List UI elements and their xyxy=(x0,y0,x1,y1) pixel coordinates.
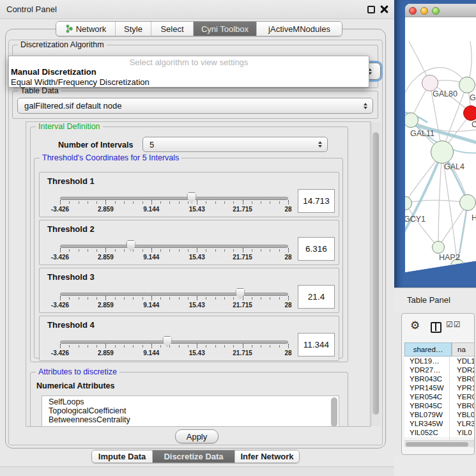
attributes-group-title: Attributes to discretize xyxy=(36,367,119,376)
cell[interactable]: YLR3 xyxy=(457,419,475,428)
threshold-label: Threshold 2 xyxy=(47,224,95,234)
table-panel: ⚙ ☑☑ shared… na YDL19… YDL1 YDR27… YDR2 … xyxy=(401,313,475,455)
algorithm-group-title: Discretization Algorithm xyxy=(18,40,107,49)
node-label: GAL80 xyxy=(433,89,457,98)
threshold-slider[interactable]: -3.426 2.859 9.144 15.43 21.715 28 xyxy=(60,192,288,216)
tab-impute-data[interactable]: Impute Data xyxy=(92,450,153,463)
node-label: H xyxy=(472,213,476,222)
network-canvas[interactable]: GAL80 GA C GAL11 GAL4 GCY1 H HAP2 xyxy=(405,17,476,272)
cell[interactable]: YPR1 xyxy=(457,383,475,392)
panel-title: Control Panel xyxy=(6,4,57,14)
zoom-traffic-light[interactable] xyxy=(432,7,440,15)
threshold-value-input[interactable]: 14.713 xyxy=(298,189,335,213)
select-columns-checkbox-icons[interactable]: ☑☑ xyxy=(446,320,461,329)
table-row[interactable]: YDR27… YDR2 xyxy=(404,365,475,374)
threshold-value-input[interactable]: 6.316 xyxy=(298,237,335,261)
tab-impute-label: Impute Data xyxy=(98,452,146,461)
threshold-value-input[interactable]: 21.4 xyxy=(298,285,335,309)
close-icon[interactable] xyxy=(380,4,388,13)
table-row[interactable]: YBL079W YBL0 xyxy=(404,410,475,419)
apply-button[interactable]: Apply xyxy=(175,429,219,443)
attributes-list-scrollbar[interactable] xyxy=(331,397,337,427)
algorithm-option-equal-width[interactable]: Equal Width/Frequency Discretization xyxy=(11,77,150,87)
tick-label: -3.426 xyxy=(51,302,69,309)
float-panel-icon[interactable] xyxy=(367,6,375,13)
cell[interactable]: YBR0 xyxy=(457,401,475,410)
table-data-combo-value: galFiltered.sif default node xyxy=(18,101,364,111)
cell[interactable]: YBR045C xyxy=(410,401,450,410)
settings-viewport: Interval Definition Number of Intervals … xyxy=(26,121,371,427)
gear-icon[interactable]: ⚙ xyxy=(410,319,420,332)
threshold-panel: Threshold 1 -3.426 2.859 9.144 15.43 21.… xyxy=(39,172,339,217)
cell[interactable]: YPR145W xyxy=(410,383,450,392)
network-node[interactable] xyxy=(432,241,445,254)
network-window-titlebar[interactable] xyxy=(405,4,476,17)
list-item[interactable]: TopologicalCoefficient xyxy=(49,406,126,415)
tick-label: 28 xyxy=(284,349,291,357)
column-header-shared[interactable]: shared… xyxy=(404,342,452,357)
cell[interactable]: YBL079W xyxy=(410,410,450,419)
threshold-panel: Threshold 3 -3.426 2.859 9.144 15.43 21.… xyxy=(39,268,339,313)
thresholds-group-title: Threshold's Coordinates for 5 Intervals xyxy=(40,153,181,162)
num-intervals-value: 5 xyxy=(143,140,318,150)
table-row[interactable]: YIL052C YIL0 xyxy=(404,428,475,437)
cell[interactable]: YDR27… xyxy=(410,365,450,374)
minimize-traffic-light[interactable] xyxy=(420,7,428,15)
tab-infer-network[interactable]: Infer Network xyxy=(235,450,299,463)
cell[interactable]: YDL19… xyxy=(410,357,450,365)
cell[interactable]: YDL1 xyxy=(457,357,475,365)
top-tabstrip: Network Style Select Cyni Toolbox jActiv… xyxy=(56,21,342,36)
network-node[interactable] xyxy=(459,194,476,211)
cell[interactable]: YIL052C xyxy=(410,428,450,437)
threshold-slider[interactable]: -3.426 2.859 9.144 15.43 21.715 28 xyxy=(60,288,288,312)
table-hscrollbar-track[interactable] xyxy=(404,440,474,447)
tab-style[interactable]: Style xyxy=(116,22,151,36)
settings-scrollbar-thumb[interactable] xyxy=(372,132,379,415)
tick-label: 15.43 xyxy=(189,302,205,309)
cell[interactable]: YBR043C xyxy=(410,374,450,383)
slider-minor-ticks xyxy=(60,297,289,300)
table-row[interactable]: YLR345W YLR3 xyxy=(404,419,475,428)
tick-label: 9.144 xyxy=(143,349,159,357)
cell[interactable]: YIL0 xyxy=(457,428,475,437)
network-node-red[interactable] xyxy=(463,105,476,121)
threshold-value-input[interactable]: 11.344 xyxy=(298,333,335,357)
split-columns-icon[interactable] xyxy=(431,322,441,333)
threshold-panel: Threshold 2 -3.426 2.859 9.144 15.43 21.… xyxy=(39,220,339,265)
network-node[interactable] xyxy=(431,141,454,164)
list-item[interactable]: BetweennessCentrality xyxy=(49,415,130,424)
tab-network[interactable]: Network xyxy=(56,22,116,36)
table-row[interactable]: YPR145W YPR1 xyxy=(404,383,475,392)
node-label: GA xyxy=(470,93,476,102)
num-intervals-combo[interactable]: 5 xyxy=(142,137,328,152)
cell[interactable]: YDR2 xyxy=(457,365,475,374)
tab-select[interactable]: Select xyxy=(151,22,194,36)
algorithm-option-manual[interactable]: Manual Discretization xyxy=(11,67,96,77)
algorithm-placeholder: Select algorithm to view settings xyxy=(9,58,369,67)
table-hscrollbar-thumb[interactable] xyxy=(406,442,468,447)
cell[interactable]: YBR0 xyxy=(457,374,475,383)
cell[interactable]: YER0 xyxy=(457,392,475,401)
table-data-combo[interactable]: galFiltered.sif default node xyxy=(17,98,373,114)
cell[interactable]: YLR345W xyxy=(410,419,450,428)
stepper-arrows-icon xyxy=(318,141,322,148)
close-traffic-light[interactable] xyxy=(409,7,417,15)
tick-label: 28 xyxy=(284,254,291,261)
tab-cyni-toolbox[interactable]: Cyni Toolbox xyxy=(194,22,257,36)
tick-label: 9.144 xyxy=(143,254,159,261)
column-separator xyxy=(449,357,450,440)
tab-jactivemnodules[interactable]: jActiveMNodules xyxy=(257,22,342,36)
column-header-name[interactable]: na xyxy=(452,342,475,357)
cell[interactable]: YBL0 xyxy=(457,410,475,419)
cell[interactable]: YER054C xyxy=(410,392,450,401)
tab-discretize-data[interactable]: Discretize Data xyxy=(153,450,235,463)
table-row[interactable]: YBR043C YBR0 xyxy=(404,374,475,383)
tick-label: 2.859 xyxy=(98,349,114,357)
threshold-slider[interactable]: -3.426 2.859 9.144 15.43 21.715 28 xyxy=(60,335,288,360)
table-row[interactable]: YBR045C YBR0 xyxy=(404,401,475,410)
table-row[interactable]: YDL19… YDL1 xyxy=(404,357,475,365)
threshold-slider[interactable]: -3.426 2.859 9.144 15.43 21.715 28 xyxy=(60,240,288,264)
table-row[interactable]: YER054C YER0 xyxy=(404,392,475,401)
network-node[interactable] xyxy=(459,77,475,93)
list-item[interactable]: SelfLoops xyxy=(49,397,84,406)
